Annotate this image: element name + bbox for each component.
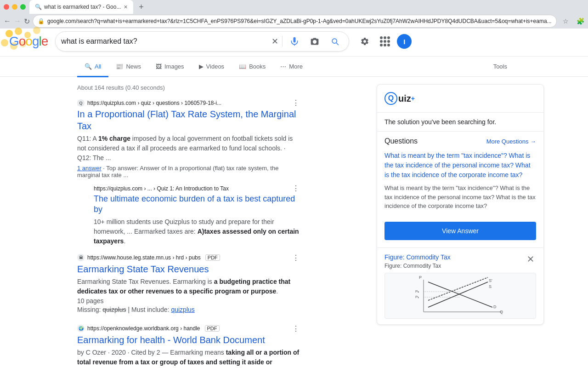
maximize-traffic-light[interactable]: [20, 4, 26, 10]
sub-result-url: https://quizplus.com › ... › Quiz 1: An …: [94, 185, 229, 192]
tab-all[interactable]: 🔍 All: [77, 57, 108, 77]
search-result-2: 🏛 https://www.house.leg.state.mn.us › hr…: [77, 253, 300, 313]
result-2-missing: Missing: quizplus | Must include: quizpl…: [77, 306, 300, 313]
quizplus-logo[interactable]: Q uiz +: [384, 92, 415, 105]
account-avatar[interactable]: I: [397, 34, 412, 49]
result-2-url: https://www.house.leg.state.mn.us › hrd …: [87, 254, 201, 261]
tab-more[interactable]: ⋯ More: [273, 57, 310, 77]
result-1-answers-link[interactable]: 1 answer: [77, 165, 102, 172]
tools-label: Tools: [493, 63, 507, 70]
results-count: About 164 results (0.40 seconds): [77, 84, 300, 91]
sidebar-questions-section: Questions More Questions → What is meant…: [377, 132, 543, 222]
svg-text:P₁: P₁: [415, 295, 419, 299]
result-1-snippet: Q11: A 1% charge imposed by a local gove…: [77, 134, 300, 163]
tab-images[interactable]: 🖼 Images: [148, 57, 192, 77]
result-3-favicon: 🌍: [77, 325, 85, 332]
active-tab[interactable]: 🔍 what is earmarked tax? - Goo... ×: [29, 0, 133, 14]
svg-text:P: P: [419, 275, 422, 280]
sidebar-area: Q uiz + The solution you've been searchi…: [377, 77, 551, 368]
nav-tabs: 🔍 All 📰 News 🖼 Images ▶ Videos 📖 Books ⋯…: [0, 57, 588, 77]
tab-bar: 🔍 what is earmarked tax? - Goo... × +: [0, 0, 588, 14]
forward-button[interactable]: →: [14, 15, 21, 28]
url-text: google.com/search?q=what+is+earmarkered+…: [47, 18, 552, 24]
result-3-pdf-badge: PDF: [205, 325, 220, 332]
search-bar-container: ✕: [55, 31, 349, 52]
svg-text:S: S: [489, 284, 492, 289]
svg-line-10: [428, 277, 488, 300]
sidebar-more-questions-link[interactable]: More Questions →: [486, 138, 536, 145]
traffic-lights: [4, 4, 26, 10]
search-submit-button[interactable]: [327, 33, 343, 50]
results-area: About 164 results (0.40 seconds) Q https…: [0, 77, 377, 368]
back-button[interactable]: ←: [4, 15, 11, 28]
sub-result-url-row: https://quizplus.com › ... › Quiz 1: An …: [94, 184, 300, 193]
videos-tab-icon: ▶: [199, 63, 204, 70]
header-right: I: [356, 33, 412, 50]
image-search-button[interactable]: [306, 33, 323, 50]
google-page: Google ✕: [0, 27, 588, 368]
voice-search-button[interactable]: [286, 33, 303, 50]
sidebar-tagline: The solution you've been searching for.: [377, 113, 543, 132]
sidebar-card: Q uiz + The solution you've been searchi…: [377, 84, 544, 325]
new-tab-button[interactable]: +: [135, 0, 148, 13]
apps-menu-button[interactable]: [377, 33, 393, 50]
bookmark-icon[interactable]: ☆: [560, 15, 572, 28]
sidebar-questions-title: Questions: [384, 137, 418, 145]
all-tab-label: All: [95, 63, 101, 70]
figure-image: S' S D P Q P₂ P₁: [384, 273, 536, 319]
clear-search-button[interactable]: ✕: [271, 36, 278, 46]
svg-text:D: D: [493, 305, 497, 309]
tab-videos[interactable]: ▶ Videos: [192, 57, 232, 77]
browser-toolbar-icons: ☆ 🧩 I ⋮: [560, 15, 588, 28]
main-content: About 164 results (0.40 seconds) Q https…: [0, 77, 588, 368]
result-3-url-row: 🌍 https://openknowledge.worldbank.org › …: [77, 324, 300, 333]
sidebar-question-link[interactable]: What is meant by the term "tax incidence…: [384, 151, 536, 180]
view-answer-button[interactable]: View Answer: [384, 222, 536, 240]
result-2-pages: 10 pages: [77, 296, 300, 306]
more-tab-icon: ⋯: [280, 63, 286, 70]
sidebar-card-logo-header: Q uiz +: [377, 85, 543, 113]
tab-books[interactable]: 📖 Books: [232, 57, 273, 77]
settings-button[interactable]: [356, 33, 373, 50]
result-2-must-include-link[interactable]: quizplus: [171, 306, 194, 313]
result-3-title-link[interactable]: Earmarking for health - World Bank Docum…: [77, 334, 300, 346]
minimize-traffic-light[interactable]: [12, 4, 17, 10]
result-1-title-link[interactable]: In a Proportional (Flat) Tax Rate System…: [77, 108, 300, 132]
close-traffic-light[interactable]: [4, 4, 9, 10]
tab-news[interactable]: 📰 News: [108, 57, 148, 77]
result-2-more-options-button[interactable]: ⋮: [292, 253, 300, 262]
result-1-favicon: Q: [77, 99, 85, 107]
lock-icon: 🔒: [38, 18, 45, 24]
figure-close-button[interactable]: [525, 253, 536, 264]
reload-button[interactable]: ↻: [24, 15, 30, 28]
news-tab-label: News: [126, 63, 141, 70]
tab-favicon: 🔍: [35, 4, 41, 10]
svg-text:P₂: P₂: [415, 289, 419, 293]
result-3-snippet: by C Ozer · 2020 · Cited by 2 — Earmarki…: [77, 348, 300, 368]
images-tab-label: Images: [164, 63, 184, 70]
result-1-more-options-button[interactable]: ⋮: [292, 98, 300, 107]
sub-result-more-options-button[interactable]: ⋮: [292, 184, 300, 193]
result-2-url-row: 🏛 https://www.house.leg.state.mn.us › hr…: [77, 253, 300, 262]
tab-title: what is earmarked tax? - Goo...: [44, 4, 121, 10]
books-tab-icon: 📖: [239, 63, 246, 70]
tools-button[interactable]: Tools: [490, 57, 511, 77]
sub-result-title-link[interactable]: The ultimate economic burden of a tax is…: [94, 194, 300, 215]
search-input[interactable]: [61, 37, 268, 46]
result-2-title-link[interactable]: Earmarking State Tax Revenues: [77, 263, 300, 275]
figure-title-link[interactable]: Figure: Commodity Tax: [384, 253, 536, 261]
result-1-meta: 1 answer · Top answer: Answer of In a pr…: [77, 165, 300, 178]
result-2-pdf-badge: PDF: [205, 254, 220, 261]
result-3-more-options-button[interactable]: ⋮: [292, 324, 300, 333]
tab-close-icon[interactable]: ×: [124, 3, 127, 11]
search-bar: ✕: [55, 31, 349, 52]
svg-text:S': S': [489, 278, 492, 283]
google-logo[interactable]: Google: [9, 34, 48, 49]
more-tab-label: More: [289, 63, 303, 70]
videos-tab-label: Videos: [206, 63, 225, 70]
search-result-1: Q https://quizplus.com › quiz › question…: [77, 98, 300, 178]
address-bar[interactable]: 🔒 google.com/search?q=what+is+earmarkere…: [33, 15, 557, 28]
extensions-icon[interactable]: 🧩: [574, 15, 587, 28]
figure-subtitle: Figure: Commodity Tax: [384, 263, 536, 269]
google-header: Google ✕: [0, 27, 588, 57]
